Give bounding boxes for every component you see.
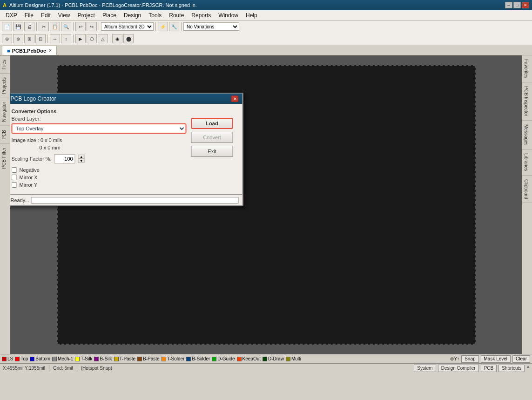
right-tab-favorites[interactable]: Favorites <box>522 55 532 82</box>
layer-top[interactable]: Top <box>15 356 28 361</box>
mirror-x-row: Mirror X <box>12 175 187 180</box>
system-button[interactable]: System <box>414 365 436 372</box>
ready-label: Ready... <box>11 197 29 203</box>
menu-window[interactable]: Window <box>215 10 242 20</box>
toolbar-btn-6[interactable]: 🔍 <box>61 22 71 31</box>
menu-file[interactable]: File <box>21 10 37 20</box>
menu-place[interactable]: Place <box>99 10 120 20</box>
layer-bsilk[interactable]: B-Silk <box>94 356 112 361</box>
layer-ddraw[interactable]: D-Draw <box>263 356 284 361</box>
layer-bsolder[interactable]: B-Solder <box>186 356 210 361</box>
layer-tsolder[interactable]: T-Solder <box>162 356 185 361</box>
toolbar-btn-10[interactable]: 🔧 <box>169 22 179 31</box>
maximize-button[interactable]: □ <box>513 2 521 8</box>
right-tab-clipboard[interactable]: Clipboard <box>522 176 532 203</box>
right-tab-inspector[interactable]: PCB Inspector <box>522 82 532 120</box>
layer-dguide[interactable]: D-Guide <box>212 356 235 361</box>
clear-button[interactable]: Clear <box>512 355 530 363</box>
toolbar-btn-r4[interactable]: ⊟ <box>35 34 46 43</box>
chevron-right-icon: » <box>526 365 529 372</box>
menu-dxp[interactable]: DXP <box>2 10 21 20</box>
toolbar-btn-r3[interactable]: ⊞ <box>24 34 34 43</box>
sidebar-tab-pcbfilter[interactable]: PCB Filter <box>0 143 10 173</box>
toolbar-btn-r8[interactable]: ⬡ <box>87 34 97 43</box>
layer-label-tsolder: T-Solder <box>167 356 185 361</box>
layer-label-keepout: KeepOut <box>242 356 261 361</box>
design-compiler-button[interactable]: Design Compiler <box>438 365 479 372</box>
sidebar-tab-files[interactable]: Files <box>0 55 10 73</box>
toolbar-btn-r1[interactable]: ⊕ <box>2 34 12 43</box>
status-bar: X:4955mil Y:1955mil Grid: 5mil (Hotspot … <box>0 363 532 373</box>
status-div-2 <box>77 365 77 372</box>
toolbar-btn-r11[interactable]: ⬤ <box>123 34 134 43</box>
toolbar-btn-7[interactable]: ↩ <box>75 22 86 31</box>
layer-bar: LS Top Bottom Mech-1 T-Silk B-Silk T-Pas… <box>0 354 532 363</box>
pcb-button[interactable]: PCB <box>481 365 497 372</box>
load-button[interactable]: Load <box>191 118 233 129</box>
toolbar-btn-r10[interactable]: ◉ <box>112 34 122 43</box>
toolbar-btn-1[interactable]: 📄 <box>2 22 12 31</box>
mask-level-button[interactable]: Mask Level <box>481 355 511 363</box>
layer-keepout[interactable]: KeepOut <box>237 356 261 361</box>
toolbar-btn-r7[interactable]: ▶ <box>75 34 86 43</box>
shortcuts-button[interactable]: Shortcuts <box>498 365 525 372</box>
exit-button[interactable]: Exit <box>191 146 233 157</box>
dialog-close-btn[interactable]: ✕ <box>231 95 239 102</box>
annotation-import-image: 导入图片 <box>359 244 389 254</box>
toolbar-btn-r6[interactable]: ↕ <box>61 34 71 43</box>
spinner-down[interactable]: ▼ <box>78 159 85 163</box>
layer-ls[interactable]: LS <box>2 356 13 361</box>
menu-reports[interactable]: Reports <box>188 10 215 20</box>
toolbar-btn-4[interactable]: ✂ <box>39 22 49 31</box>
toolbar-btn-3[interactable]: 🖨 <box>24 22 34 31</box>
toolbar-btn-r9[interactable]: △ <box>98 34 108 43</box>
tab-pcb1[interactable]: ■ PCB1.PcbDoc × <box>2 46 57 55</box>
tab-bar: ■ PCB1.PcbDoc × <box>0 45 532 55</box>
sidebar-tab-pcb[interactable]: PCB <box>0 126 10 143</box>
spinner-up[interactable]: ▲ <box>78 155 85 159</box>
close-button[interactable]: ✕ <box>522 2 529 8</box>
sidebar-tab-navigator[interactable]: Navigator <box>0 98 10 126</box>
toolbar-sep-r3 <box>110 34 110 43</box>
menu-edit[interactable]: Edit <box>37 10 54 20</box>
layer-label-ddraw: D-Draw <box>268 356 284 361</box>
toolbar-btn-5[interactable]: 📋 <box>50 22 60 31</box>
menu-design[interactable]: Design <box>120 10 145 20</box>
menu-help[interactable]: Help <box>242 10 261 20</box>
right-tab-messages[interactable]: Messages <box>522 121 532 150</box>
layer-tsilk[interactable]: T-Silk <box>75 356 92 361</box>
menu-route[interactable]: Route <box>165 10 188 20</box>
toolbar-btn-8[interactable]: ↪ <box>87 22 97 31</box>
scaling-input[interactable] <box>54 154 75 163</box>
toolbar-btn-r5[interactable]: ↔ <box>50 34 60 43</box>
title-bar-left: A Altium Designer (17.1) - PCB1.PcbDoc -… <box>3 2 197 8</box>
negative-checkbox[interactable] <box>12 167 17 173</box>
coords-display: X:4955mil Y:1955mil <box>3 366 45 371</box>
mirror-y-checkbox[interactable] <box>12 182 17 188</box>
toolbar-btn-2[interactable]: 💾 <box>13 22 23 31</box>
board-layer-select[interactable]: Top Overlay Bottom Overlay Mechanical 1 … <box>12 123 187 134</box>
minimize-button[interactable]: ─ <box>505 2 512 8</box>
toolbar-btn-9[interactable]: ⚡ <box>158 22 168 31</box>
layer-label-top: Top <box>20 356 28 361</box>
ready-progress-bar <box>31 197 239 203</box>
layer-mech1[interactable]: Mech-1 <box>52 356 73 361</box>
layer-multi[interactable]: Multi <box>286 356 301 361</box>
layer-tpaste[interactable]: T-Paste <box>114 356 135 361</box>
mirror-x-checkbox[interactable] <box>12 175 17 180</box>
menu-project[interactable]: Project <box>74 10 99 20</box>
variations-combo[interactable]: No Variations <box>183 22 239 31</box>
sidebar-tab-projects[interactable]: Projects <box>0 73 10 98</box>
layer-bottom[interactable]: Bottom <box>30 356 50 361</box>
menu-view[interactable]: View <box>54 10 74 20</box>
tab-close-btn[interactable]: × <box>49 48 52 53</box>
layer-color-tsilk <box>75 357 80 361</box>
menu-tools[interactable]: Tools <box>145 10 165 20</box>
convert-button[interactable]: Convert <box>191 132 233 143</box>
layer-label-dguide: D-Guide <box>217 356 235 361</box>
right-tab-libraries[interactable]: Libraries <box>522 149 532 175</box>
snap-button[interactable]: Snap <box>461 355 478 363</box>
layer-bpaste[interactable]: B-Paste <box>137 356 160 361</box>
view-combo[interactable]: Altium Standard 2D <box>101 22 154 31</box>
toolbar-btn-r2[interactable]: ⊗ <box>13 34 23 43</box>
